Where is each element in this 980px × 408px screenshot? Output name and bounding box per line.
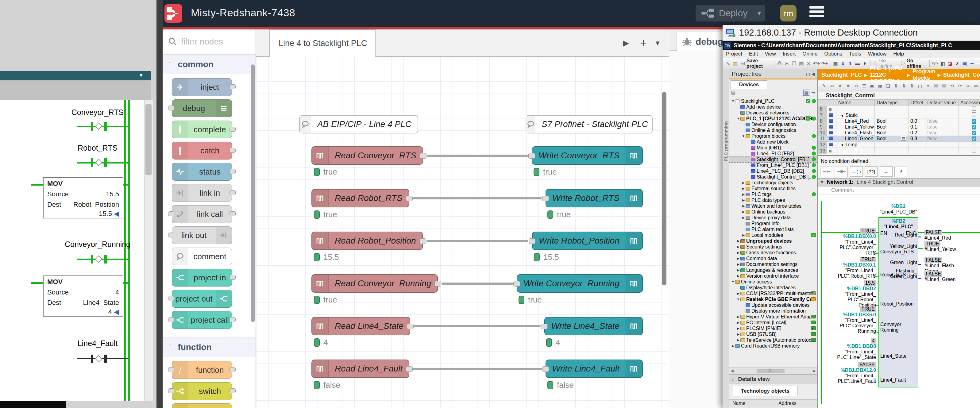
- var-type[interactable]: [875, 112, 908, 118]
- var-row-6[interactable]: 6: [818, 106, 980, 112]
- tree-item-plc-alarm-text-lists[interactable]: PLC alarm text lists: [729, 226, 817, 232]
- palette-node-debug[interactable]: debug: [172, 99, 232, 117]
- mov-dest-tag[interactable]: Robot_Position: [73, 201, 119, 209]
- expander-icon[interactable]: ▶: [741, 193, 745, 196]
- mov-instruction-box[interactable]: MOVSource4DestLine4_State4 ◀: [43, 275, 123, 317]
- tree-item-plc-data-types[interactable]: ▶PLC data types: [729, 197, 817, 203]
- expander-icon[interactable]: ▶: [741, 198, 745, 202]
- save-project-label[interactable]: Save project: [746, 58, 771, 69]
- input-port[interactable]: [168, 317, 174, 322]
- tree-item-teleservice-automatic-protoco[interactable]: ▶TeleService [Automatic protoco...: [729, 337, 817, 343]
- window1-icon[interactable]: ▣: [962, 60, 968, 67]
- palette-category-common[interactable]: ˇcommon: [162, 55, 256, 74]
- contact-symbol[interactable]: [95, 122, 102, 130]
- tab-next-button[interactable]: ▶: [623, 29, 629, 57]
- input-operand[interactable]: 4%DB1.DBD8"From_Line4_PLC".Line4_State: [818, 338, 876, 360]
- var-row-13[interactable]: 13: [818, 148, 980, 154]
- network-collapse-icon[interactable]: ▼: [820, 180, 824, 184]
- block-toolbar-icon-12[interactable]: ▢: [917, 82, 924, 90]
- tree-item-com-rs232-ppi-multi-master-c[interactable]: ▶COM [RS232/PPI multi-master c...?: [729, 291, 817, 296]
- var-name[interactable]: Line4_Red: [837, 118, 875, 124]
- palette-node-catch[interactable]: catch: [172, 142, 232, 160]
- input-operand[interactable]: TRUE%DB1.DBX0.0"From_Line4_PLC".Conveyor…: [818, 228, 876, 256]
- output-port[interactable]: [229, 275, 235, 280]
- expander-icon[interactable]: ▶: [731, 344, 735, 348]
- output-operand[interactable]: FALSE#Line4_Red: [924, 230, 951, 241]
- copy-icon[interactable]: ❐: [791, 60, 797, 67]
- ladder-canvas[interactable]: Conveyor_RTSRobot_RTSMOVSource15.5DestRo…: [0, 100, 144, 401]
- lad-contact-nc-button[interactable]: ⊣/⊢: [835, 167, 848, 177]
- tree-item-realtek-pcie-gbe-family-con[interactable]: ▼Realtek PCIe GBE Family Con...: [729, 296, 817, 302]
- expander-icon[interactable]: ▶: [741, 187, 745, 190]
- input-operand[interactable]: TRUE%DB1.DBX0.1"From_Line4_PLC".Robot_RT…: [818, 257, 876, 279]
- mov-instruction-box[interactable]: MOVSource15.5DestRobot_Position15.5 ◀: [43, 177, 123, 218]
- read-node[interactable]: Read Conveyor_Running: [312, 274, 438, 293]
- input-port[interactable]: [513, 281, 520, 287]
- breadcrumb-item[interactable]: Program blocks: [913, 68, 935, 81]
- start-cpu-icon[interactable]: ▬: [854, 60, 861, 67]
- input-port[interactable]: [168, 233, 174, 237]
- tree-item-online-backups[interactable]: ▶Online backups: [729, 209, 817, 215]
- output-port[interactable]: [420, 153, 426, 159]
- wire[interactable]: [413, 368, 542, 370]
- ladder-vscroll-thumb[interactable]: [145, 104, 151, 175]
- palette-node-project-in[interactable]: project in: [172, 269, 232, 287]
- block-toolbar-icon-19[interactable]: ≔: [973, 82, 979, 90]
- tree-item-version-control-interface[interactable]: ▶Version control interface: [729, 273, 817, 279]
- go-offline-label[interactable]: Go offline: [906, 58, 925, 69]
- var-type[interactable]: Bool ▤: [875, 136, 908, 142]
- palette-node-comment[interactable]: comment: [172, 248, 232, 265]
- tree-item-add-new-block[interactable]: Add new block: [729, 139, 817, 145]
- read-node[interactable]: Read Robot_RTS: [312, 189, 409, 207]
- tree-item-plc-tags[interactable]: ▶PLC tags: [729, 191, 817, 197]
- expander-icon[interactable]: ▶: [737, 251, 740, 254]
- input-operand[interactable]: FALSE%DB1.DBX12.0"From_Line4_PLC".Line4_…: [818, 362, 876, 384]
- redo-icon[interactable]: ↷±: [821, 60, 828, 67]
- tree-item-stacklight-plc[interactable]: ▼Stacklight_PLC✓: [729, 98, 817, 104]
- palette-node-switch[interactable]: switch: [172, 382, 232, 400]
- tree-item-ungrouped-devices[interactable]: ▶Ungrouped devices: [729, 238, 817, 244]
- expander-icon[interactable]: ▶: [737, 274, 740, 278]
- rung-tag-label[interactable]: Conveyor_Running: [65, 240, 130, 249]
- rung-tag-label[interactable]: Line4_Fault: [78, 339, 118, 348]
- input-operand[interactable]: TRUE%DB1.DBX6.0"From_Line4_PLC".Conveyor…: [818, 306, 876, 334]
- var-name[interactable]: ▼ Static: [837, 112, 875, 118]
- read-node[interactable]: Read Conveyor_RTS: [312, 146, 423, 165]
- input-port[interactable]: [541, 324, 548, 329]
- network-comment[interactable]: Comment: [818, 187, 980, 194]
- tab-debug[interactable]: debug: [676, 32, 729, 51]
- output-port[interactable]: [229, 317, 235, 322]
- palette-node-function[interactable]: ffunction: [172, 361, 232, 379]
- expander-icon[interactable]: ▶: [737, 268, 740, 272]
- main-menu-button[interactable]: [810, 4, 824, 19]
- network-header[interactable]: ▼ Network 1: Line 4 Stacklight Control: [818, 178, 980, 187]
- tree-view-icon[interactable]: ▦: [803, 90, 810, 96]
- tree-item-line4-plc-fb2[interactable]: Line4_PLC [FB2]: [729, 151, 817, 156]
- palette-node-complete[interactable]: complete: [172, 121, 232, 138]
- tree-item-pc-internal-local[interactable]: ▶PC internal [Local]: [729, 320, 817, 325]
- palette-node-partial[interactable]: [172, 403, 232, 408]
- var-name[interactable]: [837, 148, 875, 154]
- contact-symbol[interactable]: [95, 159, 102, 166]
- tree-item-devices-networks[interactable]: Devices & networks: [729, 110, 817, 116]
- lad-network-area[interactable]: %DB2"Line4_PLC_DB"%FB2"Line4_PLC"ENENOTR…: [818, 194, 980, 408]
- tree-item-technology-objects[interactable]: ▶Technology objects: [729, 180, 817, 186]
- delete-icon[interactable]: ✕: [806, 60, 812, 67]
- block-toolbar-icon-9[interactable]: ⇅: [892, 82, 899, 90]
- undo-icon[interactable]: ↶±: [813, 60, 820, 67]
- var-type[interactable]: [875, 142, 908, 148]
- output-port[interactable]: [406, 196, 413, 201]
- deploy-caret-icon[interactable]: ▼: [756, 10, 762, 17]
- expander-icon[interactable]: ▼: [737, 298, 740, 301]
- rung-tag-label[interactable]: Conveyor_RTS: [72, 108, 124, 117]
- write-node[interactable]: Write Conveyor_RTS: [532, 146, 643, 165]
- write-node[interactable]: Write Line4_State: [544, 317, 643, 335]
- tree-item-line4-plc-db-db2[interactable]: Line4_PLC_DB [DB2]: [729, 168, 817, 174]
- var-row-9[interactable]: 9Line4_YellowBool0.1false✓: [818, 124, 980, 130]
- tree-item-card-reader-usb-memory[interactable]: ▶Card Reader/USB memory: [729, 343, 817, 349]
- expander-icon[interactable]: ▶: [737, 257, 740, 260]
- save-project-icon[interactable]: ⛁: [740, 60, 746, 67]
- palette-node-link-call[interactable]: link call: [172, 205, 232, 223]
- close-all-icon[interactable]: ✗: [954, 60, 960, 67]
- tree-item-display-more-information[interactable]: Display more information: [729, 308, 817, 314]
